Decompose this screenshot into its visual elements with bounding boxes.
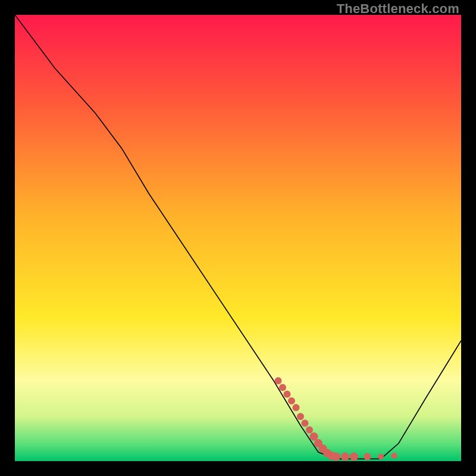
highlight-marker [332,453,340,461]
highlight-marker [302,419,309,427]
highlight-marker [275,377,282,384]
highlight-marker [293,404,300,411]
highlight-marker [288,397,295,405]
highlight-marker [341,453,349,461]
highlight-marker [392,453,397,459]
highlight-marker [378,454,384,460]
highlight-marker [306,427,313,434]
highlight-marker [350,453,358,461]
highlight-marker [297,413,304,420]
highlight-marker [364,453,371,461]
watermark-text: TheBottleneck.com [337,1,459,17]
gradient-background [15,15,461,461]
highlight-marker [279,384,286,391]
highlight-marker [284,391,291,398]
bottleneck-chart [15,15,461,461]
